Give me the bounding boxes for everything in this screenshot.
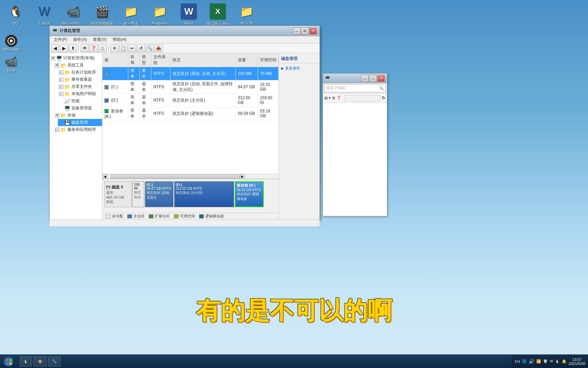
desktop-icon-80529[interactable]: 📁 80 5.29	[235, 3, 259, 26]
disk-table-scroll[interactable]: 卷 布局 类型 文件系统 状态 容量 可用空间	[102, 53, 279, 174]
tree-item-perf[interactable]: 📈 性能	[58, 97, 102, 105]
paste-btn[interactable]: ↩	[128, 45, 136, 52]
view-option-btn[interactable]: ▤ ▾	[324, 96, 331, 100]
table-row[interactable]: 新加卷 (B:) 简单 基本 NTFS 状态良好 (逻辑驱动器) 58.59 G…	[102, 107, 279, 120]
minimize-btn[interactable]: —	[293, 28, 300, 34]
up-btn[interactable]: ⬆	[69, 45, 77, 52]
forward-btn[interactable]: ▶	[60, 45, 68, 52]
taskbar-qq-icon: 🐧	[23, 359, 28, 364]
menu-action[interactable]: 操作(A)	[70, 36, 89, 43]
explorer-minimize-btn[interactable]: —	[361, 75, 369, 82]
tray-notify[interactable]: 🔔	[562, 359, 567, 364]
disk-mgmt-title-icon: 🖥️	[52, 29, 58, 33]
cell-free: 159.92 Gi	[258, 94, 278, 107]
menu-view[interactable]: 查看(V)	[90, 36, 109, 43]
part1-sub: 94.57 GB NTFS状态良好 (启动, 页面文	[147, 187, 172, 200]
help-icon[interactable]: ❓	[337, 96, 341, 100]
disk-mgmt-window[interactable]: 🖥️ 计算机管理 — ⧉ ✕ 文件(F) 操作(A) 查看(V) 帮助(H) ◀…	[49, 26, 320, 220]
qq-label: QQ	[12, 21, 18, 25]
taskbar-clock: 13:57 2021/5/30	[569, 357, 585, 366]
tray-network[interactable]: 📶	[536, 359, 541, 364]
tree-item-sharedfolder[interactable]: ▷ 📁 共享文件夹	[58, 83, 102, 90]
tasksch-icon: 📁	[64, 70, 70, 75]
disk-mgmt-controls: — ⧉ ✕	[293, 28, 317, 34]
tree-root[interactable]: ▼ 🖥️ 计算机管理(本地)	[50, 55, 102, 62]
table-row[interactable]: (C:) 简单 基本 NTFS 状态良好 (启动, 页面文件, 故障转储, 主分…	[102, 80, 279, 94]
close-btn[interactable]: ✕	[309, 28, 317, 34]
col-status[interactable]: 状态	[170, 53, 235, 67]
disk-partition-2[interactable]: (D:) 312.50 GB NTFS状态良好 (主分区)	[174, 181, 234, 207]
delete-btn[interactable]: ✕	[110, 45, 118, 52]
tray-sound[interactable]: 🔊	[529, 359, 534, 364]
explorer-search-box[interactable]: 搜索 计算机 🔍	[324, 84, 386, 92]
view-large-icon-btn[interactable]: ⊞	[332, 96, 335, 100]
disk-row-0: 💾 磁盘 0 基本 465.76 GB 联机 100 Mi 状态良好	[104, 181, 277, 207]
shared-expand: ▷	[59, 85, 63, 89]
desktop-icon-docx[interactable]: W 1.docx	[32, 3, 56, 26]
desktop-icon-word[interactable]: W Word	[177, 3, 201, 26]
export-btn[interactable]: 📤	[154, 45, 163, 52]
table-hscroll[interactable]: ◀ ▶	[102, 174, 279, 179]
table-row[interactable]: 简单 基本 NTFS 状态良好 (系统, 活动, 主分区) 100 MB 70 …	[102, 67, 279, 80]
menu-file[interactable]: 文件(F)	[51, 36, 70, 43]
col-type[interactable]: 类型	[140, 53, 151, 67]
tree-item-localusers[interactable]: ▷ 📁 本地用户和组	[58, 90, 102, 97]
back-btn[interactable]: ◀	[51, 45, 59, 52]
taskbar-item-tool[interactable]: 🔧	[48, 356, 61, 367]
tree-item-taskscheduler[interactable]: ▷ 📁 任务计划程序	[58, 69, 102, 76]
tray-qq-tray[interactable]: 🐧	[555, 359, 560, 364]
tray-email[interactable]: ✉	[550, 359, 553, 364]
hscroll-thumb[interactable]	[111, 174, 240, 179]
tree-item-systools[interactable]: ▼ 📁 系统工具	[54, 62, 102, 69]
explorer-window[interactable]: 🖥️ — □ ✕ 搜索 计算机 🔍 ▤ ▾ ⊞ ❓ ↻	[323, 73, 387, 216]
col-fs[interactable]: 文件系统	[151, 53, 170, 67]
address-bar[interactable]	[344, 95, 380, 101]
cell-vol: 新加卷 (B:)	[102, 107, 128, 120]
cell-capacity: 58.59 GB	[235, 107, 258, 120]
tray-security[interactable]: 🛡️	[543, 359, 548, 364]
more-actions-item[interactable]: ▶ 更多操作	[280, 65, 318, 72]
taskbar-item-qq[interactable]: 🐧	[20, 356, 32, 367]
disk-visual-panel: 💾 磁盘 0 基本 465.76 GB 联机 100 Mi 状态良好	[102, 179, 279, 213]
explorer-maximize-btn[interactable]: □	[369, 75, 377, 82]
taskbar-item-obs[interactable]	[33, 356, 47, 367]
undo-btn[interactable]: ↺	[137, 45, 145, 52]
show-hide-btn[interactable]: 👁	[81, 45, 89, 52]
table-row[interactable]: (D:) 简单 基本 NTFS 状态良好 (主分区) 312.50 GB 159…	[102, 94, 279, 107]
properties-btn[interactable]: □	[98, 45, 107, 52]
desktop-icon-excel[interactable]: X 梁山好汉.xlsx	[206, 3, 230, 26]
col-capacity[interactable]: 容量	[235, 53, 258, 67]
desktop-icon-bklive[interactable]: 📹 BKLiveREC...	[61, 3, 85, 26]
col-free[interactable]: 可用空间	[258, 53, 278, 67]
col-layout[interactable]: 布局	[128, 53, 140, 67]
desktop-icon-programs[interactable]: 📁 Programs	[148, 3, 172, 26]
sidebar-icon-zoom[interactable]: 📹 Zoom	[2, 55, 20, 72]
copy-btn[interactable]: 📋	[119, 45, 127, 52]
tray-ch[interactable]: CH	[514, 359, 520, 364]
sidebar-icon-obs[interactable]: OBS Studio	[2, 34, 20, 51]
refresh-toolbar-btn[interactable]: 🔍	[146, 45, 154, 52]
desktop-icon-qq[interactable]: 🐧 QQ	[3, 3, 27, 26]
restore-btn[interactable]: ⧉	[301, 28, 309, 34]
tree-item-storage[interactable]: ▼ 📁 存储	[54, 112, 102, 119]
hscroll-right-btn[interactable]: ▶	[240, 174, 245, 179]
refresh-btn[interactable]: ↻	[382, 95, 386, 101]
desktop-icon-season[interactable]: 📁 第一季度	[119, 3, 143, 26]
start-button[interactable]	[0, 355, 17, 368]
tree-item-eventviewer[interactable]: ▷ 📁 事件查看器	[58, 76, 102, 83]
disk-partition-0[interactable]: 100 Mi 状态良好	[132, 181, 144, 207]
menu-help[interactable]: 帮助(H)	[110, 36, 129, 43]
tree-item-devmgr[interactable]: 🖥️ 设备管理器	[58, 105, 102, 112]
disk-mgmt-body: ▼ 🖥️ 计算机管理(本地) ▼ 📁 系统工具 ▷ 📁 任务计划程序 ▷ 📁	[50, 53, 320, 219]
legend-primary-box	[127, 214, 132, 218]
help-toolbar-btn[interactable]: ❓	[89, 45, 98, 52]
tree-item-diskmgmt[interactable]: 💾 磁盘管理	[58, 119, 102, 126]
explorer-close-btn[interactable]: ✕	[377, 75, 385, 82]
col-vol[interactable]: 卷	[102, 53, 128, 67]
disk-partition-1[interactable]: (C:) 94.57 GB NTFS状态良好 (启动, 页面文	[145, 181, 174, 207]
tree-item-services[interactable]: ▷ 📁 服务和应用程序	[54, 126, 102, 133]
tray-lang[interactable]: 🌐	[522, 359, 527, 364]
hscroll-left-btn[interactable]: ◀	[102, 174, 107, 179]
desktop-icon-video[interactable]: 🎬 猫宽全能视频	[90, 3, 114, 26]
disk-partition-3[interactable]: 新加卷 (B:) 58.59 GB NTFS状态良好 (逻辑驱动器	[235, 181, 264, 207]
